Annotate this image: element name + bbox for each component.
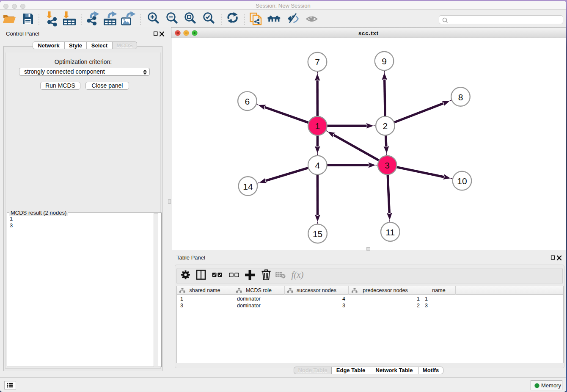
svg-text:9: 9 — [382, 56, 387, 66]
svg-text:11: 11 — [385, 227, 395, 237]
svg-text:4: 4 — [315, 160, 320, 170]
svg-text:15: 15 — [313, 229, 322, 239]
svg-text:f(x): f(x) — [291, 270, 303, 280]
svg-text:7: 7 — [315, 57, 320, 67]
svg-text:2: 2 — [383, 121, 388, 131]
svg-text:14: 14 — [243, 182, 253, 191]
svg-text:6: 6 — [245, 97, 250, 106]
svg-text:8: 8 — [458, 92, 463, 102]
svg-text:10: 10 — [457, 176, 467, 186]
svg-text:1: 1 — [315, 121, 320, 131]
svg-text:3: 3 — [385, 160, 390, 170]
